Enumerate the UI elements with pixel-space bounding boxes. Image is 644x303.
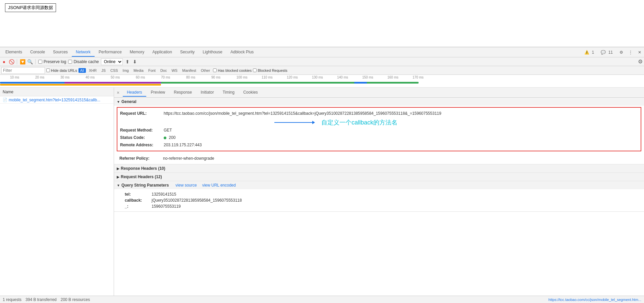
- panel-close-button[interactable]: ×: [117, 90, 119, 95]
- page-area: JSONP请求非同源数据: [0, 0, 644, 47]
- disable-cache-checkbox[interactable]: Disable cache: [68, 59, 99, 64]
- toolbar-separator-1: [17, 59, 17, 64]
- preserve-log-checkbox[interactable]: Preserve log: [38, 59, 66, 64]
- import-icon[interactable]: ⬆: [125, 59, 130, 64]
- disable-cache-input[interactable]: [68, 60, 72, 64]
- request-url-row: Request URL: https://tcc.taobao.com/cc/j…: [120, 110, 638, 117]
- general-toggle-icon: ▼: [117, 100, 120, 104]
- filter-other[interactable]: Other: [199, 68, 212, 73]
- filter-input[interactable]: [1, 67, 45, 74]
- message-badge: 💬 11: [599, 49, 615, 55]
- tick-160ms: 160 ms: [387, 75, 398, 79]
- request-method-label: Request Method:: [120, 127, 164, 133]
- hide-data-urls-checkbox[interactable]: Hide data URLs: [46, 68, 77, 72]
- has-blocked-cookies-checkbox[interactable]: Has blocked cookies: [213, 68, 252, 72]
- hide-data-urls-input[interactable]: [46, 68, 50, 72]
- tab-headers[interactable]: Headers: [123, 89, 146, 97]
- general-section: ▼ General Request URL: https://tcc.taoba…: [114, 98, 644, 164]
- preserve-log-input[interactable]: [38, 60, 42, 64]
- referrer-policy-row: Referrer Policy: no-referrer-when-downgr…: [119, 155, 639, 162]
- request-method-value: GET: [164, 127, 172, 133]
- filter-js[interactable]: JS: [100, 68, 107, 73]
- query-params-toggle: ▼: [117, 184, 120, 187]
- tick-140ms: 140 ms: [337, 75, 348, 79]
- tab-cookies[interactable]: Cookies: [239, 89, 262, 97]
- record-icon[interactable]: ●: [1, 59, 7, 64]
- status-url: https://tcc.taobao.com/cc/json/mobile_te…: [548, 298, 641, 302]
- annotation-arrow: 自定义一个callback的方法名: [274, 118, 638, 127]
- tick-10ms: 10 ms: [10, 75, 19, 79]
- blocked-requests-checkbox[interactable]: Blocked Requests: [253, 68, 287, 72]
- tick-100ms: 100 ms: [236, 75, 248, 79]
- close-icon[interactable]: ✕: [637, 49, 643, 55]
- right-panel: × Headers Preview Response Initiator Tim…: [114, 88, 644, 296]
- query-params-body: tel: 13259141515 callback: jQuery3510028…: [114, 189, 644, 211]
- filter-img[interactable]: Img: [121, 68, 130, 73]
- filter-doc[interactable]: Doc: [159, 68, 169, 73]
- tab-elements[interactable]: Elements: [1, 48, 26, 57]
- main-content: Name 📄 mobile_tel_segment.htm?tel=132591…: [0, 88, 644, 296]
- search-icon[interactable]: 🔍: [27, 59, 33, 64]
- tab-security[interactable]: Security: [176, 48, 199, 57]
- tab-adblock[interactable]: Adblock Plus: [226, 48, 258, 57]
- view-url-encoded-link[interactable]: view URL encoded: [202, 183, 236, 188]
- request-method-row: Request Method: GET: [120, 127, 638, 134]
- tick-170ms: 170 ms: [413, 75, 424, 79]
- file-name: mobile_tel_segment.htm?tel=13259141515&c…: [9, 98, 100, 102]
- param-tel-value: 13259141515: [152, 192, 176, 197]
- filter-xhr[interactable]: XHR: [87, 68, 98, 73]
- tab-initiator[interactable]: Initiator: [197, 89, 218, 97]
- view-source-link[interactable]: view source: [175, 183, 197, 188]
- file-list-header: Name: [0, 88, 114, 96]
- settings-icon[interactable]: ⚙: [618, 49, 625, 55]
- tab-sources[interactable]: Sources: [49, 48, 72, 57]
- tab-timing[interactable]: Timing: [219, 89, 239, 97]
- general-section-title: General: [121, 99, 137, 104]
- request-headers-header[interactable]: ▶ Request Headers (12): [114, 173, 644, 181]
- request-headers-title: Request Headers (12): [121, 174, 162, 179]
- filter-icon[interactable]: 🔽: [20, 59, 25, 64]
- preserve-log-label: Preserve log: [44, 59, 66, 64]
- remote-address-label: Remote Address:: [120, 142, 164, 148]
- tick-110ms: 110 ms: [262, 75, 273, 79]
- file-row[interactable]: 📄 mobile_tel_segment.htm?tel=13259141515…: [0, 96, 114, 104]
- more-icon[interactable]: ⋮: [627, 49, 634, 55]
- query-params-header[interactable]: ▼ Query String Parameters view source vi…: [114, 181, 644, 189]
- tab-preview[interactable]: Preview: [147, 89, 169, 97]
- query-params-title: Query String Parameters: [121, 183, 169, 188]
- filter-font[interactable]: Font: [147, 68, 157, 73]
- requests-count: 1 requests: [3, 297, 21, 302]
- response-headers-title: Response Headers (10): [121, 166, 165, 171]
- status-code-label: Status Code:: [120, 135, 164, 141]
- status-code-row: Status Code: 200: [120, 134, 638, 141]
- has-blocked-cookies-input[interactable]: [213, 68, 217, 72]
- tab-response[interactable]: Response: [170, 89, 196, 97]
- throttle-select[interactable]: Online: [101, 58, 123, 65]
- filter-all[interactable]: All: [78, 68, 86, 73]
- filter-media[interactable]: Media: [132, 68, 145, 73]
- tick-30ms: 30 ms: [60, 75, 69, 79]
- panel-settings-icon[interactable]: ⚙: [638, 58, 643, 65]
- clear-icon[interactable]: 🚫: [9, 59, 14, 64]
- param-callback: callback: jQuery351002872281385958584_15…: [119, 197, 639, 203]
- blocked-requests-input[interactable]: [253, 68, 257, 72]
- tick-70ms: 70 ms: [161, 75, 170, 79]
- jsonp-button[interactable]: JSONP请求非同源数据: [5, 3, 56, 12]
- annotation-line: [274, 122, 315, 123]
- tab-lighthouse[interactable]: Lighthouse: [199, 48, 226, 57]
- toolbar-separator-2: [35, 59, 36, 64]
- filter-ws[interactable]: WS: [170, 68, 179, 73]
- request-url-label: Request URL:: [120, 110, 164, 116]
- referrer-policy-value: no-referrer-when-downgrade: [163, 155, 214, 161]
- general-section-header[interactable]: ▼ General: [114, 98, 644, 106]
- filter-manifest[interactable]: Manifest: [180, 68, 198, 73]
- tab-performance[interactable]: Performance: [95, 48, 126, 57]
- tab-application[interactable]: Application: [148, 48, 176, 57]
- filter-css[interactable]: CSS: [109, 68, 120, 73]
- tab-memory[interactable]: Memory: [126, 48, 148, 57]
- export-icon[interactable]: ⬇: [132, 59, 138, 64]
- response-headers-header[interactable]: ▶ Response Headers (10): [114, 164, 644, 172]
- param-underscore-label: _:: [125, 204, 152, 209]
- tab-network[interactable]: Network: [72, 48, 95, 57]
- tab-console[interactable]: Console: [26, 48, 49, 57]
